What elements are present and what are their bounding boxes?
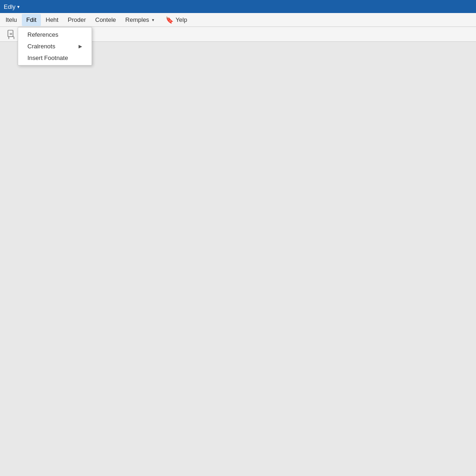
menu-item-remples[interactable]: Remples ▾ <box>121 14 159 26</box>
dropdown-item-cralrenots[interactable]: Cralrenots ▶ <box>18 40 92 52</box>
menu-item-proder[interactable]: Proder <box>63 14 91 26</box>
menu-item-heht[interactable]: Heht <box>41 14 63 26</box>
dropdown-item-insert-footnate[interactable]: Insert Footnate <box>18 52 92 64</box>
main-content <box>0 42 476 476</box>
app-name: Edly <box>4 3 15 10</box>
dropdown-item-references[interactable]: References <box>18 29 92 40</box>
toolbar-doc-icon-1[interactable] <box>4 27 19 42</box>
title-bar: Edly ▾ <box>0 0 476 13</box>
document-icon-1 <box>7 30 16 39</box>
menu-item-contele[interactable]: Contele <box>91 14 121 26</box>
svg-rect-1 <box>9 37 14 39</box>
menu-bar: Itelu Fdit Heht Proder Contele Remples ▾… <box>0 13 476 27</box>
remples-arrow: ▾ <box>152 18 154 22</box>
menu-item-yelp[interactable]: 🔖 Yelp <box>161 14 192 26</box>
menu-item-itelu[interactable]: Itelu <box>1 14 22 26</box>
yelp-icon: 🔖 <box>165 16 173 24</box>
title-chevron: ▾ <box>17 4 20 9</box>
menu-item-fdit[interactable]: Fdit <box>22 14 41 26</box>
dropdown-menu: References Cralrenots ▶ Insert Footnate <box>18 27 92 66</box>
cralrenots-submenu-arrow: ▶ <box>79 44 82 49</box>
app-title[interactable]: Edly ▾ <box>4 3 20 10</box>
